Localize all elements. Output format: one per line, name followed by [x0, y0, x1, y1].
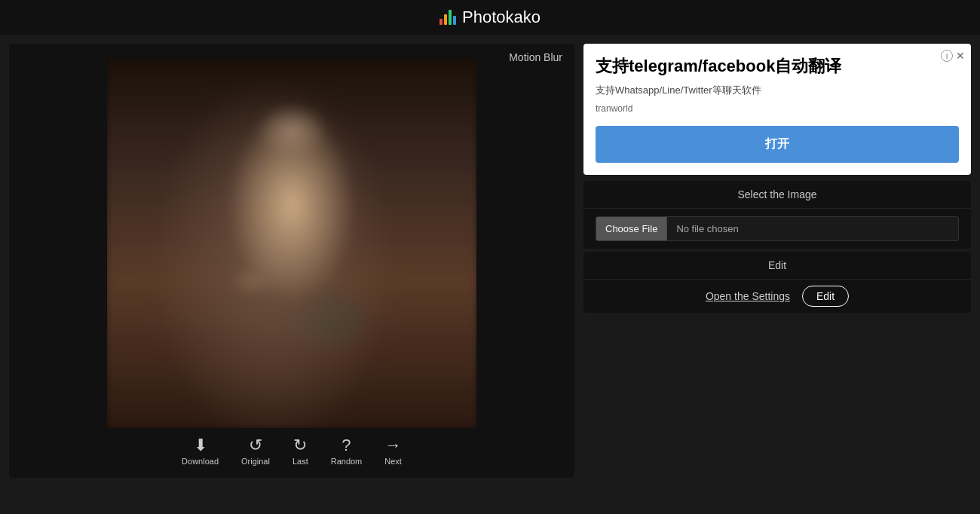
next-button[interactable]: → Next	[384, 436, 402, 466]
select-image-header: Select the Image	[583, 181, 971, 209]
open-settings-button[interactable]: Open the Settings	[706, 290, 790, 302]
blurred-image	[107, 59, 476, 428]
ad-info-icon: i	[941, 50, 953, 62]
left-panel: Motion Blur ⬇ Download ↺ Original ↻ Last…	[9, 44, 574, 478]
ad-close-button[interactable]: i ✕	[941, 50, 965, 62]
file-input-wrapper[interactable]: Choose File No file chosen	[596, 216, 959, 241]
right-panel: i ✕ 支持telegram/facebook自动翻译 支持Whatsapp/L…	[583, 44, 971, 478]
ad-brand: tranworld	[596, 103, 959, 114]
app-logo: Photokako	[439, 8, 541, 27]
select-image-section: Select the Image Choose File No file cho…	[583, 181, 971, 249]
ad-close-icon[interactable]: ✕	[956, 50, 965, 62]
last-icon: ↻	[293, 436, 307, 455]
last-label: Last	[292, 457, 308, 466]
download-icon: ⬇	[194, 436, 207, 455]
image-toolbar: ⬇ Download ↺ Original ↻ Last ? Random → …	[18, 428, 565, 469]
ad-subtitle: 支持Whatsapp/Line/Twitter等聊天软件	[596, 84, 959, 97]
logo-bar-4	[453, 16, 456, 25]
ad-open-button[interactable]: 打开	[596, 126, 959, 163]
download-button[interactable]: ⬇ Download	[182, 436, 219, 466]
app-header: Photokako	[0, 0, 980, 35]
edit-section: Edit Open the Settings Edit	[583, 252, 971, 313]
original-icon: ↺	[249, 436, 262, 455]
next-label: Next	[384, 457, 402, 466]
logo-bar-3	[449, 10, 452, 25]
random-button[interactable]: ? Random	[331, 436, 363, 466]
logo-icon	[439, 10, 456, 25]
image-preview	[107, 59, 476, 428]
edit-button[interactable]: Edit	[802, 286, 849, 307]
image-area	[18, 53, 565, 428]
app-title: Photokako	[462, 8, 541, 27]
panel-title: Motion Blur	[509, 51, 562, 63]
logo-bar-2	[444, 14, 447, 25]
edit-row: Open the Settings Edit	[583, 280, 971, 313]
original-label: Original	[241, 457, 270, 466]
next-icon: →	[385, 436, 402, 455]
main-container: Motion Blur ⬇ Download ↺ Original ↻ Last…	[0, 35, 980, 487]
last-button[interactable]: ↻ Last	[292, 436, 308, 466]
file-input-row: Choose File No file chosen	[596, 216, 959, 241]
ad-box: i ✕ 支持telegram/facebook自动翻译 支持Whatsapp/L…	[583, 44, 971, 175]
logo-bar-1	[439, 19, 443, 25]
download-label: Download	[182, 457, 219, 466]
random-icon: ?	[341, 436, 351, 455]
random-label: Random	[331, 457, 363, 466]
original-button[interactable]: ↺ Original	[241, 436, 270, 466]
ad-title: 支持telegram/facebook自动翻译	[596, 56, 959, 78]
select-image-body: Choose File No file chosen	[583, 209, 971, 249]
edit-header: Edit	[583, 252, 971, 280]
